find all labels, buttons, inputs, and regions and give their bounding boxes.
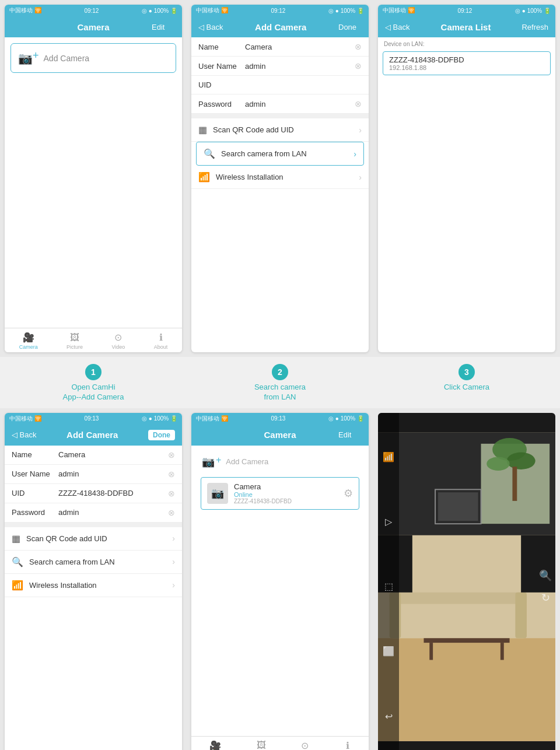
- search-lan-row[interactable]: 🔍 Search camera from LAN ›: [196, 142, 364, 166]
- svg-rect-14: [501, 643, 504, 660]
- camera-settings-icon[interactable]: ⚙: [344, 487, 353, 500]
- screen2-done-btn[interactable]: Done: [338, 23, 362, 31]
- name4-label: Name: [12, 450, 54, 459]
- password4-value[interactable]: admin: [58, 508, 163, 517]
- wifi4-icon: 📶: [12, 580, 23, 591]
- wireless4-label: Wireless Installation: [29, 581, 166, 590]
- step1-text: Open CamHiApp--Add Camera: [63, 383, 124, 402]
- tab-camera-1[interactable]: 🎥 Camera: [19, 332, 38, 350]
- form4-uid-row: UID ZZZZ-418438-DDFBD ⊗: [5, 484, 182, 503]
- screen4-search-lan-row[interactable]: 🔍 Search camera from LAN ›: [5, 551, 182, 574]
- icons4: ◎ ● 100% 🔋: [142, 415, 177, 422]
- add-camera-label: Add Camera: [44, 54, 90, 63]
- name-value[interactable]: Camera: [245, 43, 350, 51]
- svg-rect-6: [512, 467, 517, 501]
- lan-device-item[interactable]: ZZZZ-418438-DDFBD 192.168.1.88: [383, 51, 551, 75]
- uid4-value[interactable]: ZZZZ-418438-DDFBD: [58, 489, 163, 497]
- tab-about-1[interactable]: ℹ About: [154, 332, 168, 350]
- carrier5: 中国移动 🛜: [196, 415, 228, 423]
- record-icon[interactable]: ▷: [385, 516, 392, 527]
- screen1-edit-btn[interactable]: Edit: [152, 23, 175, 31]
- form-username-row: User Name admin ⊗: [191, 57, 369, 76]
- wireless-row[interactable]: 📶 Wireless Installation ›: [191, 166, 369, 189]
- screen2: 中国移动 🛜 09:12 ◎ ● 100% 🔋 ◁ Back Add Camer…: [191, 5, 369, 352]
- camera5-tab-icon: 🎥: [209, 740, 221, 750]
- username4-clear-icon[interactable]: ⊗: [168, 469, 175, 479]
- camera-item-name: Camera: [234, 482, 338, 491]
- screen4-status-bar: 中国移动 🛜 09:13 ◎ ● 100% 🔋: [5, 413, 182, 425]
- username-value[interactable]: admin: [245, 62, 350, 71]
- add-camera-button[interactable]: 📷 + Add Camera: [10, 43, 176, 73]
- screen1-body: 📷 + Add Camera 🎥 Camera 🖼 Picture ⊙: [5, 37, 182, 352]
- carrier2: 中国移动 🛜: [196, 6, 228, 15]
- screen2-back-btn[interactable]: ◁ Back: [198, 23, 223, 31]
- screen5-title: Camera: [222, 430, 338, 440]
- camera-icon5: 📷: [202, 455, 215, 468]
- screen5-content: 📷 + Add Camera 📷 Camera Online ZZZZ-4184…: [191, 446, 369, 518]
- search-lan-label: Search camera from LAN: [221, 149, 348, 158]
- camera-list-item[interactable]: 📷 Camera Online ZZZZ-418438-DDFBD ⚙: [201, 477, 359, 510]
- password-clear-icon[interactable]: ⊗: [355, 99, 362, 108]
- password4-clear-icon[interactable]: ⊗: [168, 508, 175, 517]
- screen3-refresh-btn[interactable]: Refresh: [522, 23, 548, 31]
- screen4-scan-qr-row[interactable]: ▦ Scan QR Code add UID ›: [5, 527, 182, 551]
- name4-clear-icon[interactable]: ⊗: [168, 450, 175, 460]
- lan-device-name: ZZZZ-418438-DDFBD: [389, 55, 544, 64]
- wireless-label: Wireless Installation: [216, 173, 353, 181]
- camera-item-uid: ZZZZ-418438-DDFBD: [234, 498, 338, 504]
- tab-camera-5[interactable]: 🎥 Camera: [206, 740, 225, 750]
- about-tab-icon: ℹ: [159, 332, 163, 343]
- tab-picture-1[interactable]: 🖼 Picture: [66, 332, 83, 350]
- zoom-in-icon[interactable]: 🔍: [539, 569, 552, 582]
- search-lan4-chevron: ›: [172, 557, 175, 566]
- svg-rect-9: [390, 593, 527, 604]
- tab-video-5[interactable]: ⊙ Video: [299, 740, 312, 750]
- screen5-body: 📷 + Add Camera 📷 Camera Online ZZZZ-4184…: [191, 446, 369, 750]
- steps-row1: 1 Open CamHiApp--Add Camera 2 Search cam…: [0, 357, 560, 408]
- screen4-wireless-row[interactable]: 📶 Wireless Installation ›: [5, 574, 182, 597]
- scan-qr-row[interactable]: ▦ Scan QR Code add UID ›: [191, 118, 369, 142]
- tab-video-1[interactable]: ⊙ Video: [112, 332, 125, 350]
- step2-text: Search camerafrom LAN: [254, 383, 306, 402]
- screen5-edit-btn[interactable]: Edit: [338, 430, 362, 439]
- time4: 09:13: [84, 415, 99, 422]
- screen4-back-btn[interactable]: ◁ Back: [12, 430, 37, 439]
- fullscreen-icon[interactable]: ⬜: [383, 646, 394, 657]
- rotate-icon[interactable]: ↻: [541, 591, 550, 604]
- scan-qr-label: Scan QR Code add UID: [213, 125, 353, 134]
- about-tab-label: About: [154, 344, 168, 350]
- camera-video-icon: 📷: [18, 51, 33, 65]
- step3-circle: 3: [459, 364, 475, 380]
- tab-about-5[interactable]: ℹ About: [341, 740, 355, 750]
- username4-value[interactable]: admin: [58, 469, 163, 478]
- viewing-left-controls: 📶 ▷ ⬚ ⬜ ↩: [378, 413, 399, 750]
- room-scene: [378, 413, 555, 750]
- username-clear-icon[interactable]: ⊗: [355, 61, 362, 71]
- screen5-nav: Camera Edit: [191, 425, 369, 446]
- exit-icon[interactable]: ↩: [385, 711, 393, 722]
- camera-item-status: Online: [234, 491, 338, 498]
- name-clear-icon[interactable]: ⊗: [355, 42, 362, 51]
- add-plus-icon: +: [33, 50, 39, 62]
- svg-point-5: [487, 457, 509, 471]
- screen5: 中国移动 🛜 09:13 ◎ ● 100% 🔋 Camera Edit 📷 + …: [191, 413, 369, 750]
- svg-point-4: [507, 452, 536, 469]
- time5: 09:13: [271, 415, 285, 422]
- screen3-back-btn[interactable]: ◁ Back: [385, 23, 410, 31]
- screen6: 📶 ▷ ⬚ ⬜ ↩ 🔍 ↻: [378, 413, 555, 750]
- password-value[interactable]: admin: [245, 100, 350, 108]
- screen2-divider: [191, 114, 369, 118]
- time2: 09:12: [271, 8, 285, 14]
- time3: 09:12: [457, 8, 472, 14]
- signal-icon[interactable]: 📶: [383, 451, 394, 462]
- screen4-done-btn[interactable]: Done: [148, 430, 175, 440]
- screen5-tabbar: 🎥 Camera 🖼 Picture ⊙ Video ℹ About: [191, 736, 369, 750]
- screen1-tabbar: 🎥 Camera 🖼 Picture ⊙ Video ℹ About: [5, 328, 182, 352]
- screen3-content: Device on LAN: ZZZZ-418438-DDFBD 192.168…: [378, 37, 555, 75]
- uid4-clear-icon[interactable]: ⊗: [168, 489, 175, 498]
- carrier4: 中国移动 🛜: [9, 415, 41, 423]
- snapshot-icon[interactable]: ⬚: [384, 581, 393, 592]
- tab-picture-5[interactable]: 🖼 Picture: [253, 740, 270, 750]
- name4-value[interactable]: Camera: [58, 450, 163, 459]
- step3-text: Click Camera: [444, 383, 489, 392]
